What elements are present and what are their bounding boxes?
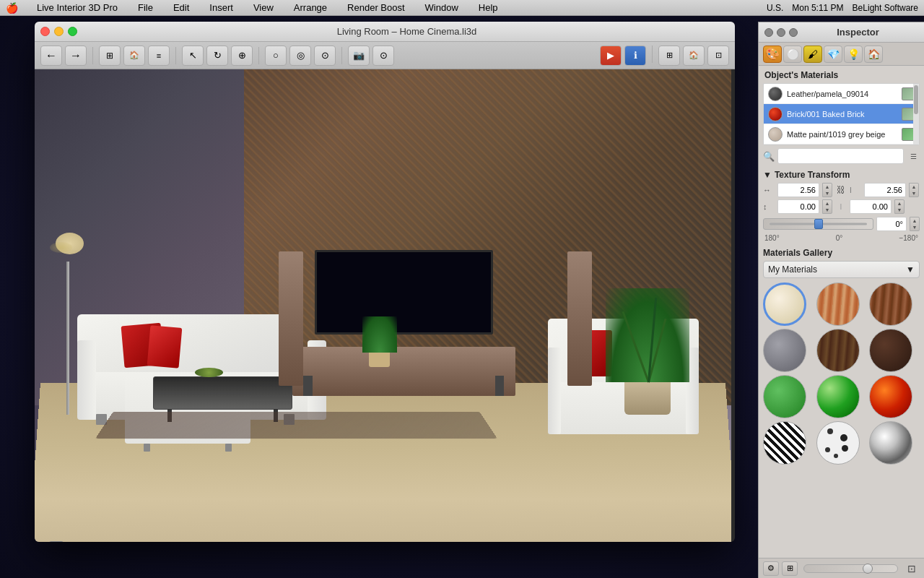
- menu-app-name[interactable]: Live Interior 3D Pro: [32, 1, 122, 14]
- texture-transform-header[interactable]: ▼ Texture Transform: [763, 167, 920, 183]
- inspector-panel: Inspector 🎨 ⚪ 🖌 💎 💡 🏠 Object's Materials…: [758, 22, 924, 578]
- viewport-scroll[interactable]: [49, 541, 64, 542]
- height-stepper[interactable]: ▲ ▼: [909, 183, 919, 197]
- gallery-item-zebra[interactable]: [763, 421, 806, 465]
- cushion-2: [147, 325, 183, 368]
- tab-light[interactable]: 💡: [844, 46, 863, 63]
- inspector-close[interactable]: [764, 28, 773, 37]
- x-down[interactable]: ▼: [823, 207, 832, 213]
- screenshot-button[interactable]: ⊙: [372, 46, 394, 66]
- height-up[interactable]: ▲: [910, 184, 918, 190]
- rotation-stepper[interactable]: ▲ ▼: [910, 217, 920, 231]
- width-stepper[interactable]: ▲ ▼: [822, 183, 832, 197]
- 3d-view-button[interactable]: 🏠: [123, 46, 145, 66]
- circle-tool-button[interactable]: ○: [265, 46, 287, 66]
- viewport[interactable]: [35, 69, 731, 542]
- inspector-zoom-thumb[interactable]: [863, 564, 873, 574]
- rot-down[interactable]: ▼: [910, 224, 919, 230]
- rotation-thumb[interactable]: [814, 219, 823, 229]
- width-input[interactable]: [777, 183, 819, 197]
- gallery-item-green-glossy[interactable]: [816, 375, 860, 418]
- rot-up[interactable]: ▲: [910, 217, 919, 224]
- rotation-slider[interactable]: [763, 218, 873, 230]
- height-input[interactable]: [864, 183, 906, 197]
- menu-help[interactable]: Help: [474, 1, 502, 14]
- x-up[interactable]: ▲: [823, 200, 832, 207]
- rooms-button[interactable]: ⊡: [707, 46, 729, 66]
- y-up[interactable]: ▲: [895, 200, 904, 207]
- info-button[interactable]: ℹ: [624, 46, 646, 66]
- move-tool-button[interactable]: ⊕: [231, 46, 253, 66]
- menu-view[interactable]: View: [249, 1, 278, 14]
- y-offset-input[interactable]: [850, 199, 892, 214]
- menu-arrange[interactable]: Arrange: [289, 1, 331, 14]
- camera-tool-button[interactable]: 📷: [348, 46, 370, 66]
- grid-view-button[interactable]: ⊞: [658, 46, 680, 66]
- menu-insert[interactable]: Insert: [205, 1, 237, 14]
- tab-rooms[interactable]: 🏠: [864, 46, 883, 63]
- inspector-maximize[interactable]: [789, 28, 798, 37]
- toolbar-separator-3: [258, 47, 259, 64]
- select-tool-button[interactable]: ↖: [182, 46, 204, 66]
- nav-back-button[interactable]: ←: [40, 46, 62, 66]
- list-view-button[interactable]: ≡: [148, 46, 170, 66]
- material-item-2[interactable]: Brick/001 Baked Brick: [764, 104, 919, 124]
- x-stepper[interactable]: ▲ ▼: [822, 199, 832, 214]
- spot-3: [825, 447, 830, 452]
- nav-forward-button[interactable]: →: [65, 46, 87, 66]
- width-down[interactable]: ▼: [823, 190, 832, 197]
- tab-paint[interactable]: 🖌: [803, 46, 822, 63]
- maximize-button[interactable]: [68, 27, 77, 36]
- inspector-zoom-slider[interactable]: [803, 564, 898, 573]
- x-offset-input[interactable]: [777, 199, 819, 214]
- floorplan-button[interactable]: ⊞: [99, 46, 121, 66]
- y-down[interactable]: ▼: [895, 207, 904, 213]
- minimize-button[interactable]: [54, 27, 64, 36]
- ring-tool-button[interactable]: ⊙: [314, 46, 336, 66]
- inspector-minimize[interactable]: [777, 28, 785, 37]
- apple-logo[interactable]: 🍎: [6, 2, 18, 14]
- materials-scrollbar[interactable]: [913, 84, 919, 144]
- materials-list: Leather/pamela_09014 Brick/001 Baked Bri…: [763, 83, 920, 145]
- materials-scroll-thumb[interactable]: [914, 85, 918, 114]
- render-button[interactable]: ▶: [600, 46, 622, 66]
- tab-gem[interactable]: 💎: [824, 46, 842, 63]
- y-stepper[interactable]: ▲ ▼: [894, 199, 905, 214]
- gallery-item-wood-light[interactable]: [816, 282, 860, 326]
- gallery-item-chrome[interactable]: [869, 421, 912, 465]
- rotate-tool-button[interactable]: ↻: [206, 46, 228, 66]
- inspector-settings-button[interactable]: ⚙: [763, 561, 779, 576]
- gallery-item-wood-dark[interactable]: [869, 282, 912, 326]
- menu-file[interactable]: File: [134, 1, 157, 14]
- toolbar-separator-2: [175, 47, 176, 64]
- collapse-icon: ▼: [763, 170, 772, 180]
- inspector-expand-icon[interactable]: ⊡: [904, 561, 920, 576]
- perspective-button[interactable]: 🏠: [683, 46, 705, 66]
- height-down[interactable]: ▼: [910, 190, 918, 197]
- inspector-add-button[interactable]: ⊞: [782, 561, 798, 576]
- target-tool-button[interactable]: ◎: [289, 46, 311, 66]
- material-item-1[interactable]: Leather/pamela_09014: [764, 84, 919, 104]
- gallery-item-dark-brown[interactable]: [869, 329, 912, 372]
- width-up[interactable]: ▲: [823, 184, 832, 190]
- tab-materials[interactable]: 🎨: [763, 46, 782, 63]
- tab-object[interactable]: ⚪: [783, 46, 802, 63]
- gallery-item-green-matte[interactable]: [763, 375, 806, 418]
- gallery-item-cream[interactable]: [763, 282, 806, 326]
- close-button[interactable]: [40, 27, 50, 36]
- material-menu-button[interactable]: ☰: [907, 150, 920, 163]
- menu-edit[interactable]: Edit: [169, 1, 193, 14]
- gallery-item-fire[interactable]: [869, 375, 912, 418]
- rotation-input[interactable]: [876, 217, 907, 231]
- inspector-title: Inspector: [798, 27, 918, 38]
- material-item-3[interactable]: Matte paint/1019 grey beige: [764, 124, 919, 144]
- gallery-item-stone[interactable]: [763, 329, 806, 372]
- gallery-item-walnut[interactable]: [816, 329, 860, 372]
- menu-render-boost[interactable]: Render Boost: [343, 1, 409, 14]
- rotation-row: ▲ ▼: [763, 217, 920, 231]
- app-window: Living Room – Home Cinema.li3d ← → ⊞ 🏠 ≡…: [35, 22, 735, 542]
- menu-window[interactable]: Window: [421, 1, 463, 14]
- gallery-item-spots[interactable]: [816, 421, 860, 465]
- material-search-input[interactable]: [777, 148, 904, 164]
- gallery-dropdown[interactable]: My Materials ▼: [763, 261, 920, 278]
